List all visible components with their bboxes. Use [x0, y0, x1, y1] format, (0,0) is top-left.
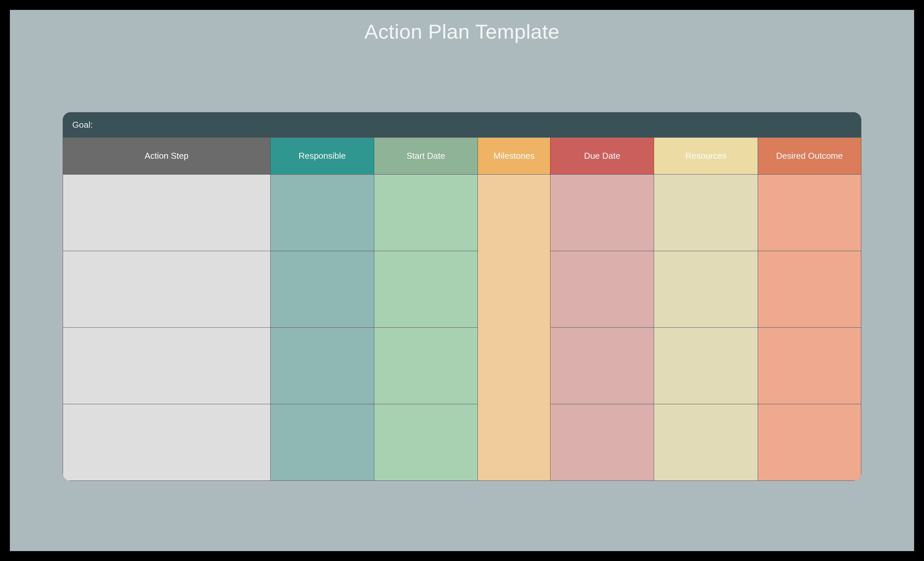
- cell-responsible[interactable]: [270, 251, 374, 328]
- cell-resources[interactable]: [654, 328, 758, 404]
- cell-start-date[interactable]: [374, 328, 477, 404]
- cell-start-date[interactable]: [374, 404, 477, 481]
- cell-action-step[interactable]: [63, 404, 270, 481]
- col-header-desired-outcome: Desired Outcome: [758, 137, 861, 175]
- cell-milestones[interactable]: [477, 328, 550, 404]
- cell-responsible[interactable]: [270, 328, 374, 404]
- cell-due-date[interactable]: [550, 404, 654, 481]
- cell-due-date[interactable]: [550, 175, 654, 251]
- cell-desired-outcome[interactable]: [758, 328, 861, 404]
- cell-desired-outcome[interactable]: [758, 175, 861, 251]
- col-header-start-date: Start Date: [374, 137, 477, 175]
- cell-action-step[interactable]: [63, 175, 270, 251]
- canvas: Action Plan Template Goal: Action Step R…: [10, 10, 914, 551]
- cell-responsible[interactable]: [270, 175, 374, 251]
- cell-resources[interactable]: [654, 175, 758, 251]
- cell-start-date[interactable]: [374, 251, 477, 328]
- cell-resources[interactable]: [654, 404, 758, 481]
- cell-responsible[interactable]: [270, 404, 374, 481]
- col-header-due-date: Due Date: [550, 137, 654, 175]
- cell-desired-outcome[interactable]: [758, 251, 861, 328]
- col-header-milestones: Milestones: [477, 137, 550, 175]
- col-header-resources: Resources: [654, 137, 758, 175]
- goal-row[interactable]: Goal:: [63, 112, 861, 137]
- page-title: Action Plan Template: [10, 20, 914, 43]
- col-header-action-step: Action Step: [63, 137, 270, 175]
- cell-start-date[interactable]: [374, 175, 477, 251]
- table-row: [63, 251, 861, 328]
- table-row: [63, 328, 861, 404]
- cell-action-step[interactable]: [63, 251, 270, 328]
- action-plan-table: Goal: Action Step Responsible Start Date…: [63, 112, 861, 481]
- cell-due-date[interactable]: [550, 328, 654, 404]
- cell-milestones[interactable]: [477, 404, 550, 481]
- cell-milestones[interactable]: [477, 175, 550, 251]
- cell-due-date[interactable]: [550, 251, 654, 328]
- outer-frame: Action Plan Template Goal: Action Step R…: [0, 0, 924, 561]
- cell-desired-outcome[interactable]: [758, 404, 861, 481]
- table-header-row: Action Step Responsible Start Date Miles…: [63, 137, 861, 175]
- cell-milestones[interactable]: [477, 251, 550, 328]
- table-row: [63, 175, 861, 251]
- table-row: [63, 404, 861, 481]
- col-header-responsible: Responsible: [270, 137, 374, 175]
- cell-action-step[interactable]: [63, 328, 270, 404]
- cell-resources[interactable]: [654, 251, 758, 328]
